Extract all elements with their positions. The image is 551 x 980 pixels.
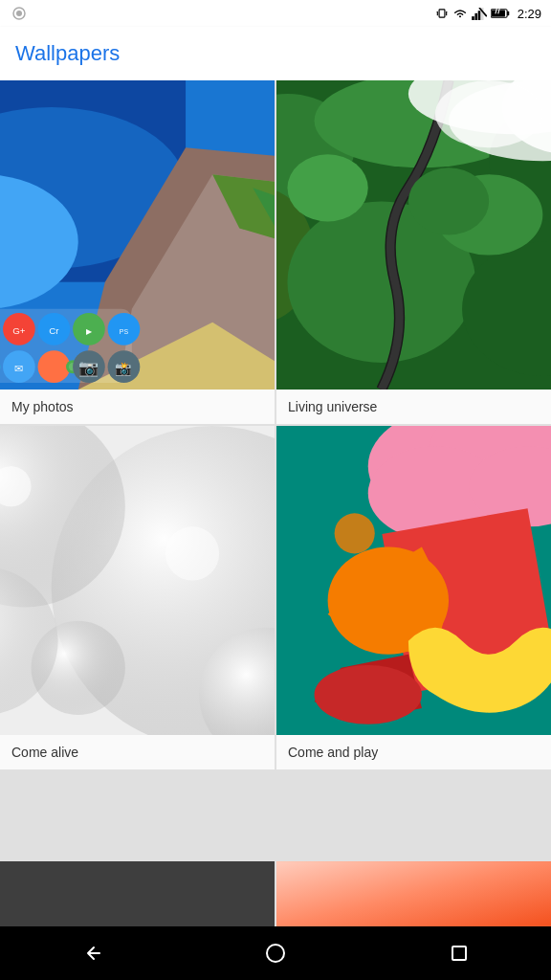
wallpaper-item-my-photos[interactable]: G G+ Cr ▶ PS 📞 ✉ 📷 📸 (0, 80, 275, 424)
svg-text:Cr: Cr (49, 325, 59, 336)
svg-point-60 (408, 167, 489, 234)
svg-rect-85 (452, 947, 466, 960)
strip-dark (0, 861, 275, 926)
come-alive-preview (0, 426, 275, 735)
svg-rect-3 (436, 11, 437, 16)
svg-rect-6 (474, 12, 477, 19)
svg-text:📸: 📸 (115, 360, 132, 377)
svg-point-39 (38, 350, 71, 383)
svg-rect-4 (446, 11, 447, 16)
wallpaper-grid: G G+ Cr ▶ PS 📞 ✉ 📷 📸 (0, 80, 551, 861)
svg-point-78 (315, 665, 422, 724)
home-button[interactable] (256, 934, 295, 972)
wallpaper-item-living-universe[interactable]: Living universe (276, 80, 551, 424)
back-button[interactable] (73, 934, 111, 972)
signal-icon (11, 6, 27, 21)
recent-button[interactable] (440, 934, 478, 972)
svg-rect-82 (0, 861, 275, 926)
wallpaper-label-come-and-play: Come and play (276, 735, 551, 769)
vibrate-icon (435, 7, 449, 20)
app-title: Wallpapers (15, 41, 120, 66)
living-universe-preview (276, 80, 551, 390)
svg-text:G+: G+ (12, 325, 26, 336)
wallpaper-label-my-photos: My photos (0, 390, 275, 424)
svg-point-53 (287, 154, 367, 221)
svg-point-58 (435, 80, 542, 147)
wallpaper-preview-my-photos: G G+ Cr ▶ PS 📞 ✉ 📷 📸 (0, 80, 275, 390)
svg-point-1 (16, 11, 22, 16)
wifi-icon (452, 8, 468, 19)
bottom-strip-preview (0, 861, 551, 926)
strip-peach (276, 861, 551, 926)
wallpaper-preview-living-universe (276, 80, 551, 390)
battery-icon (491, 8, 510, 19)
wallpaper-label-come-alive: Come alive (0, 735, 275, 769)
svg-rect-2 (439, 10, 445, 17)
svg-text:📷: 📷 (78, 358, 99, 378)
svg-point-84 (267, 945, 284, 962)
svg-text:▶: ▶ (86, 326, 93, 336)
app-bar: Wallpapers (0, 27, 551, 80)
wallpaper-item-come-alive[interactable]: Come alive (0, 426, 275, 769)
mobile-data-icon (472, 8, 487, 20)
status-time: 2:29 (518, 7, 541, 21)
status-bar-right: 2:29 (435, 7, 541, 21)
svg-text:✉: ✉ (14, 363, 23, 374)
svg-rect-7 (477, 11, 480, 20)
svg-text:PS: PS (120, 328, 129, 335)
svg-rect-83 (276, 861, 551, 926)
my-photos-preview: G G+ Cr ▶ PS 📞 ✉ 📷 📸 (0, 80, 275, 390)
nav-bar (0, 926, 551, 980)
svg-rect-5 (472, 16, 474, 20)
wallpaper-preview-come-and-play (276, 426, 551, 735)
wallpaper-item-come-and-play[interactable]: Come and play (276, 426, 551, 769)
wallpaper-label-living-universe: Living universe (276, 390, 551, 424)
svg-rect-11 (507, 11, 509, 15)
svg-point-68 (165, 526, 219, 580)
wallpaper-preview-come-alive (0, 426, 275, 735)
status-bar: 2:29 (0, 0, 551, 27)
come-and-play-preview (276, 426, 551, 735)
svg-point-79 (335, 513, 375, 553)
status-bar-left (11, 6, 27, 21)
